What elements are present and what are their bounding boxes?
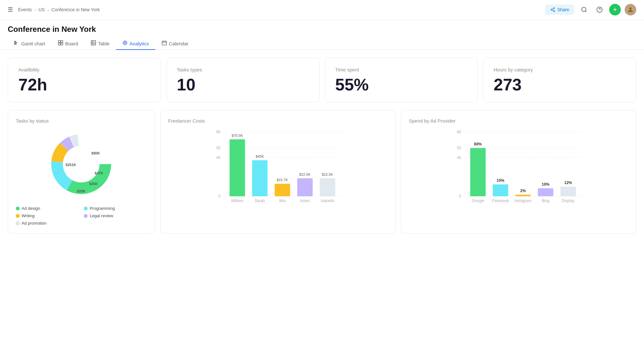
menu-icon[interactable]: ☰	[8, 6, 13, 13]
svg-rect-13	[58, 41, 60, 42]
legend-dot-ad-promotion	[16, 221, 20, 225]
stat-cards-grid: Availibility 72h Tasks types 10 Time spe…	[8, 58, 636, 102]
tab-calendar[interactable]: Calendar	[155, 38, 195, 50]
tab-board-label: Board	[65, 41, 78, 46]
svg-point-22	[124, 42, 126, 43]
bar-label-william: $70.5K	[232, 134, 243, 137]
legend-label-legal: Legal review	[90, 213, 113, 218]
y-label-80: 80	[216, 130, 221, 134]
breadcrumb-sep-1: ›	[34, 7, 36, 12]
x-label-instagram: Instagram	[514, 199, 532, 203]
ads-chart-title: Spend by Ad Provider	[409, 118, 628, 124]
bar-label-adam: $22.5K	[299, 172, 311, 176]
x-label-mia: Mia	[279, 199, 286, 203]
ads-chart-area: 80 50 40 0 60% 15% 2% 10%	[409, 129, 628, 219]
table-icon	[91, 40, 96, 47]
tabs-bar: Gantt chart Board Table Analytics	[0, 34, 644, 50]
bar-bing	[538, 188, 553, 196]
bar-label-google: 60%	[474, 142, 482, 146]
tab-calendar-label: Calendar	[169, 41, 188, 46]
avatar-icon	[627, 6, 634, 13]
svg-line-6	[585, 11, 587, 12]
svg-point-1	[551, 9, 552, 10]
breadcrumb: ☰ Events › US › Conference in New York	[8, 6, 100, 13]
tab-gantt-label: Gantt chart	[21, 41, 45, 46]
chart-card-freelancer: Freelancer Costs 80 50 40 0 $70.5K	[160, 110, 396, 234]
nav-actions: Share +	[545, 4, 636, 15]
donut-label-ad-promo: $20K	[77, 189, 85, 193]
bar-google	[470, 148, 485, 196]
avatar	[625, 4, 636, 15]
svg-point-9	[629, 7, 631, 10]
legend-dot-legal	[84, 214, 88, 218]
x-label-sarah: Sarah	[255, 199, 265, 203]
analytics-icon	[122, 40, 128, 47]
chart-cards-grid: Tasks by status $251	[8, 110, 636, 234]
share-label: Share	[557, 7, 569, 12]
svg-rect-11	[14, 42, 17, 43]
bar-label-sarah: $45K	[256, 154, 264, 158]
help-button[interactable]	[594, 4, 605, 15]
x-label-adam: Adam	[300, 199, 310, 203]
bar-sarah	[252, 160, 267, 196]
page-header: Conference in New York	[0, 20, 644, 34]
x-label-isabella: Isabella	[321, 199, 334, 203]
legend-label-ad-design: Ad design	[22, 206, 40, 211]
y-label-80-ads: 80	[457, 130, 461, 134]
y-label-50-ads: 50	[457, 146, 461, 150]
add-button[interactable]: +	[609, 4, 621, 15]
legend-label-programming: Programming	[90, 206, 115, 211]
help-icon	[596, 6, 603, 13]
legend-label-ad-promotion: Ad promotion	[22, 221, 46, 226]
breadcrumb-events[interactable]: Events	[18, 7, 32, 12]
bar-william	[229, 139, 245, 196]
bar-adam	[297, 178, 312, 196]
tab-analytics-label: Analytics	[130, 41, 149, 46]
freelancer-chart-area: 80 50 40 0 $70.5K $45K $15.7K $	[168, 129, 388, 219]
svg-point-2	[553, 11, 555, 12]
donut-legend: Ad design Programming Writing Legal revi…	[16, 206, 147, 226]
legend-dot-writing	[16, 214, 20, 218]
gantt-icon	[14, 40, 19, 47]
x-label-display: Display	[562, 199, 574, 203]
bar-label-isabella: $22.5K	[322, 172, 333, 176]
svg-rect-15	[58, 43, 60, 45]
chart-card-ads: Spend by Ad Provider 80 50 40 0 60%	[401, 110, 636, 234]
top-navigation: ☰ Events › US › Conference in New York S…	[0, 0, 644, 20]
stat-hours-label: Hours by category	[494, 67, 626, 72]
tab-gantt-chart[interactable]: Gantt chart	[8, 38, 52, 50]
tab-analytics[interactable]: Analytics	[116, 38, 155, 50]
donut-label-programming: $80K	[91, 151, 100, 155]
breadcrumb-current: Conference in New York	[52, 7, 100, 12]
stat-time-spent-value: 55%	[335, 76, 467, 93]
bar-instagram	[515, 195, 531, 196]
stat-availability-label: Availibility	[18, 67, 150, 72]
y-label-0: 0	[218, 194, 221, 199]
freelancer-chart-svg: 80 50 40 0 $70.5K $45K $15.7K $	[168, 129, 388, 219]
svg-point-0	[553, 7, 555, 9]
freelancer-chart-title: Freelancer Costs	[168, 118, 388, 124]
breadcrumb-sep-2: ›	[47, 7, 49, 12]
tab-board[interactable]: Board	[52, 38, 84, 50]
stat-card-time-spent: Time spent 55%	[325, 58, 478, 102]
breadcrumb-us[interactable]: US	[38, 7, 44, 12]
donut-chart-container: $251K $80K $47K $25K $20K	[16, 129, 147, 200]
x-label-bing: Bing	[542, 199, 549, 203]
share-button[interactable]: Share	[545, 5, 574, 15]
svg-rect-17	[91, 41, 96, 45]
bar-label-display: 12%	[564, 181, 572, 185]
bar-label-facebook: 15%	[496, 178, 504, 183]
svg-rect-23	[162, 41, 167, 45]
ads-chart-svg: 80 50 40 0 60% 15% 2% 10%	[409, 129, 628, 219]
y-label-50: 50	[216, 146, 221, 150]
bar-mia	[274, 184, 290, 196]
search-button[interactable]	[578, 4, 590, 15]
legend-label-writing: Writing	[22, 213, 34, 218]
stat-tasks-types-value: 10	[177, 76, 309, 93]
tab-table[interactable]: Table	[84, 38, 116, 50]
svg-rect-12	[14, 44, 16, 44]
bar-facebook	[493, 184, 508, 196]
svg-rect-10	[14, 41, 16, 42]
y-label-0-ads: 0	[459, 194, 461, 199]
svg-point-5	[582, 7, 586, 12]
